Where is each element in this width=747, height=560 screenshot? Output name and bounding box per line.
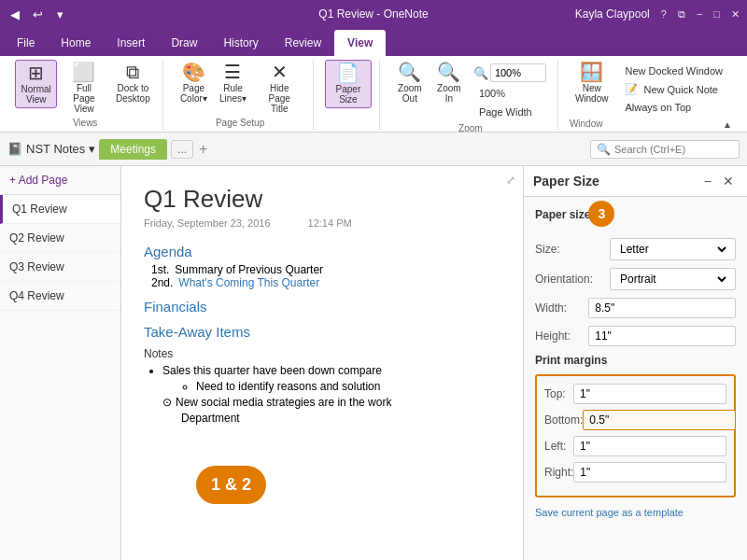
height-input[interactable] [588,326,736,346]
zoom-percent-icon: 🔍 [473,66,488,80]
dock-to-desktop-button[interactable]: ⧉ Dock toDesktop [111,60,156,106]
width-input[interactable] [588,298,736,318]
panel-title: Paper Size [533,174,599,189]
paper-size-button[interactable]: 📄 PaperSize [325,60,372,108]
template-link[interactable]: Save current page as a template [535,507,736,518]
size-value[interactable]: Letter [610,238,736,260]
tab-home[interactable]: Home [48,30,104,56]
views-label: Views [73,118,98,130]
main-area: + Add Page Q1 Review Q2 Review Q3 Review… [0,166,747,560]
minimize-button[interactable]: − [697,8,702,20]
right-label: Right: [544,466,573,479]
rule-lines-icon: ☰ [224,63,241,81]
takeaway-link[interactable]: Take-Away Items [144,324,250,340]
zoom-percent-100-button[interactable]: 100% [473,86,546,101]
print-margins-box: Top: Bottom: Left: Right: [535,374,736,497]
add-page-button[interactable]: + Add Page [0,166,120,195]
page-item-q4[interactable]: Q4 Review [0,282,120,311]
add-section-button[interactable]: + [199,141,207,158]
notes-item-2: ⊙ New social media strategies are in the… [162,396,500,409]
always-on-top-button[interactable]: Always on Top [619,100,728,115]
tab-file[interactable]: File [4,30,48,56]
quick-note-icon: 📝 [625,83,638,95]
full-page-view-button[interactable]: ⬜ Full PageView [59,60,108,117]
maximize-button[interactable]: □ [713,8,720,20]
panel-body: Paper size 3 Size: Letter Orientation: P… [524,197,747,560]
app-title: Q1 Review - OneNote [318,7,428,21]
tab-review[interactable]: Review [272,30,334,56]
item2-number: 2nd. [151,276,173,289]
paper-size-section: Paper size 3 [535,208,590,229]
window-label: Window [570,119,603,131]
tab-history[interactable]: History [210,30,271,56]
expand-icon[interactable]: ⤢ [506,174,515,187]
notebook-title[interactable]: 📓 NST Notes ▾ [7,142,95,156]
financials-heading: Financials [144,299,500,315]
width-label: Width: [535,301,588,315]
panel-header: Paper Size − ✕ [524,166,747,197]
left-input[interactable] [573,436,726,456]
section-tab-meetings[interactable]: Meetings [99,139,167,160]
height-label: Height: [535,329,588,343]
tab-draw[interactable]: Draw [158,30,210,56]
panel-collapse-button[interactable]: − [700,172,715,190]
close-button[interactable]: ✕ [731,8,740,21]
page-item-q2[interactable]: Q2 Review [0,224,120,253]
zoom-percent-input[interactable]: 100% [490,63,546,82]
tab-view[interactable]: View [334,30,386,56]
financials-link[interactable]: Financials [144,299,207,315]
size-select[interactable]: Letter [616,242,729,257]
notebook-chevron-icon: ▾ [89,142,95,156]
top-label: Top: [544,387,573,400]
paper-size-group: 📄 PaperSize . [317,60,380,130]
step-3-badge: 3 [588,201,614,227]
panel-close-button[interactable]: ✕ [719,172,738,190]
new-quick-note-button[interactable]: 📝 New Quick Note [619,81,728,97]
paper-size-section-title: Paper size [535,208,590,221]
views-items: ⊞ NormalView ⬜ Full PageView ⧉ Dock toDe… [15,60,155,118]
full-page-icon: ⬜ [72,63,95,81]
normal-view-button[interactable]: ⊞ NormalView [15,60,57,108]
restore-button[interactable]: ⧉ [678,8,685,21]
rule-lines-button[interactable]: ☰ RuleLines▾ [214,60,251,106]
zoom-out-button[interactable]: 🔍 ZoomOut [391,60,429,106]
window-side-buttons: New Docked Window 📝 New Quick Note Alway… [615,60,732,119]
note-time: 12:14 PM [308,217,352,229]
orientation-value[interactable]: Portrait [610,268,736,290]
top-input[interactable] [573,384,726,404]
orientation-select[interactable]: Portrait [616,272,729,287]
undo-icon[interactable]: ↩ [30,7,45,21]
back-icon[interactable]: ◀ [7,7,22,21]
agenda-heading: Agenda [144,244,500,259]
zoom-in-icon: 🔍 [437,63,460,81]
notes-item-1: Sales this quarter have been down compar… [162,364,500,377]
tab-insert[interactable]: Insert [104,30,158,56]
page-width-button[interactable]: Page Width [473,105,546,119]
notes-list: Sales this quarter have been down compar… [162,364,500,425]
user-name: Kayla Claypool [575,7,650,21]
item2-link[interactable]: What's Coming This Quarter [178,276,319,289]
page-item-q3[interactable]: Q3 Review [0,253,120,282]
page-item-q1[interactable]: Q1 Review [0,195,120,224]
right-input[interactable] [573,462,726,483]
paper-size-items: 📄 PaperSize [325,60,372,118]
top-margin-row: Top: [544,384,726,404]
search-input[interactable] [614,144,733,155]
help-button[interactable]: ? [661,8,667,20]
zoom-controls: 🔍 100% 100% Page Width [470,60,550,123]
page-color-button[interactable]: 🎨 PageColor▾ [175,60,212,106]
new-docked-window-button[interactable]: New Docked Window [619,63,728,78]
notes-item-1-text: Sales this quarter have been down compar… [162,364,382,377]
new-window-button[interactable]: 🪟 NewWindow [570,60,614,106]
bottom-input[interactable] [583,410,736,430]
search-box: 🔍 [590,140,740,159]
title-bar: ◀ ↩ ▾ Q1 Review - OneNote Kayla Claypool… [0,0,747,28]
page-color-icon: 🎨 [182,63,205,81]
quick-access-icon[interactable]: ▾ [52,7,67,21]
ribbon-collapse-button[interactable]: ▲ [723,119,732,130]
page-setup-label: Page Setup [216,118,264,130]
zoom-in-button[interactable]: 🔍 ZoomIn [430,60,468,106]
hide-page-title-button[interactable]: ✕ HidePage Title [254,60,305,117]
more-tabs-button[interactable]: ... [171,140,193,159]
panel-controls: − ✕ [700,172,738,190]
